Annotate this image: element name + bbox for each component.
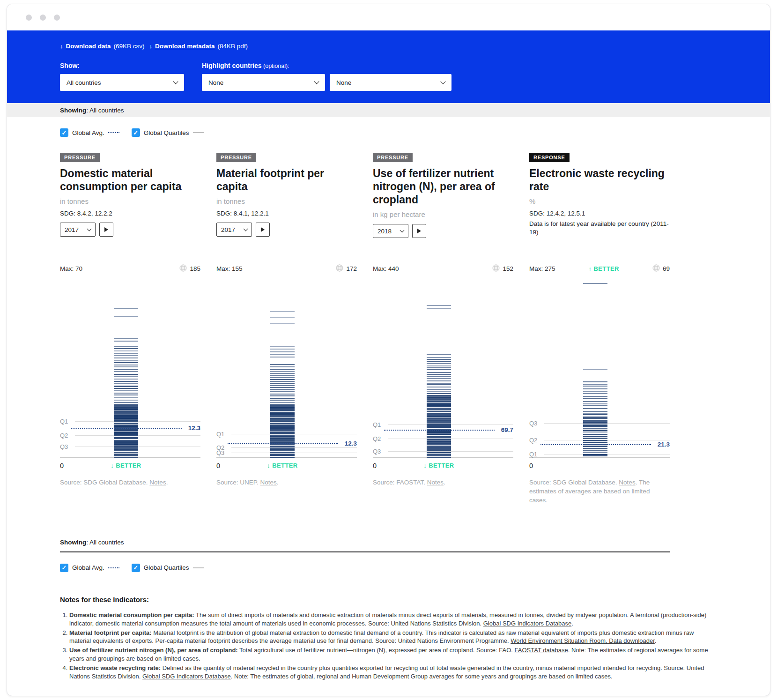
highlight-select-1[interactable]: None xyxy=(202,74,325,91)
strip-line xyxy=(427,354,451,355)
chevron-down-icon xyxy=(173,79,178,84)
chart-header: PRESSUREUse of fertilizer nutrient nitro… xyxy=(373,153,513,263)
max-label: Max: 70 xyxy=(60,265,82,272)
strip-line xyxy=(583,430,607,431)
source-link[interactable]: Notes xyxy=(149,479,166,486)
avg-value: 69.7 xyxy=(501,426,513,433)
strip-line xyxy=(270,354,295,355)
strip-line xyxy=(114,357,138,358)
highlight-label: Highlight countries (optional): xyxy=(202,62,451,69)
strip-line xyxy=(583,418,607,419)
highlight-select-2[interactable]: None xyxy=(330,74,451,91)
highlight-label-main: Highlight countries xyxy=(202,62,262,69)
notes-list: Domestic material consumption per capita… xyxy=(60,611,717,681)
strip-line xyxy=(114,395,138,395)
strip-line xyxy=(583,393,607,394)
strip-line xyxy=(270,364,295,365)
quartile-line-sample xyxy=(193,567,204,568)
avg-value: 12.3 xyxy=(188,424,200,432)
strip-line xyxy=(583,428,607,429)
source-text: . xyxy=(444,479,445,486)
global-quartiles-checkbox[interactable]: ✓ Global Quartiles xyxy=(132,564,204,572)
quartile-label: Q2 xyxy=(529,437,542,444)
strip-line xyxy=(583,411,607,412)
note-link[interactable]: Global SDG Indicators Database xyxy=(142,673,231,680)
strip-line xyxy=(270,439,295,441)
global-avg-checkbox[interactable]: ✓ Global Avg. xyxy=(60,128,119,137)
download-data: ↓ Download data (69KB csv) xyxy=(60,43,145,50)
download-metadata-meta: (84KB pdf) xyxy=(218,43,248,50)
quartile-label: Q3 xyxy=(529,420,542,427)
notes-section: Notes for these Indicators: Domestic mat… xyxy=(60,596,717,681)
strip-line xyxy=(270,375,295,376)
max-label: Max: 275 xyxy=(529,265,555,272)
note-link[interactable]: World Environment Situation Room, Data d… xyxy=(511,637,655,644)
play-button[interactable] xyxy=(99,223,113,237)
note-link[interactable]: FAOSTAT database xyxy=(515,647,568,654)
chart-sdg: SDG: 8.4.1, 12.2.1 xyxy=(216,210,357,217)
global-avg-checkbox[interactable]: ✓ Global Avg. xyxy=(60,564,119,572)
strip-line xyxy=(427,432,451,433)
strip-line xyxy=(583,396,607,397)
strip-line xyxy=(583,401,607,402)
note-text: Material footprint per capita: xyxy=(69,629,152,636)
source-link[interactable]: Notes xyxy=(427,479,444,486)
quartile-label: Q3 xyxy=(373,448,386,455)
year-select[interactable]: 2018 xyxy=(373,224,408,238)
strip-line xyxy=(427,380,451,381)
strip-line xyxy=(114,450,138,451)
strip-line xyxy=(583,398,607,399)
plot-area: Q1Q2Q369.7 xyxy=(373,280,513,458)
year-select[interactable]: 2017 xyxy=(216,223,252,237)
strip-line xyxy=(114,400,138,401)
strip-line xyxy=(114,457,138,458)
avg-line xyxy=(228,443,338,444)
strip-line xyxy=(270,311,295,312)
strip-line xyxy=(583,426,607,427)
download-data-link[interactable]: Download data xyxy=(66,43,111,50)
traffic-light-dot[interactable] xyxy=(40,15,46,21)
download-metadata-link[interactable]: Download metadata xyxy=(155,43,215,50)
year-select[interactable]: 2017 xyxy=(60,223,96,237)
note-link[interactable]: Global SDG Indicators Database xyxy=(483,620,572,627)
strip-line xyxy=(270,452,295,453)
chevron-down-icon xyxy=(400,228,405,233)
strip-line xyxy=(114,371,138,372)
traffic-light-dot[interactable] xyxy=(26,15,32,21)
strip-line xyxy=(270,450,295,451)
strip-line xyxy=(114,438,138,439)
strip-line xyxy=(114,346,138,347)
avg-value: 21.3 xyxy=(658,441,670,448)
source-link[interactable]: Notes xyxy=(260,479,277,486)
strip-line xyxy=(114,366,138,367)
strip-line xyxy=(270,349,295,350)
max-label: Max: 440 xyxy=(373,265,399,272)
strip-line xyxy=(427,401,451,402)
source-link[interactable]: Notes xyxy=(619,479,635,486)
strip-line xyxy=(114,421,138,422)
chart-column: PRESSUREDomestic material consumption pe… xyxy=(60,153,200,505)
quartile-label: Q3 xyxy=(60,443,73,450)
strip-line xyxy=(583,420,607,422)
traffic-light-dot[interactable] xyxy=(54,15,60,21)
strip-line xyxy=(114,365,138,365)
play-button[interactable] xyxy=(412,224,426,238)
strip-line xyxy=(270,404,295,405)
max-label: Max: 155 xyxy=(216,265,243,272)
country-count: 152 xyxy=(503,265,513,272)
chart-column: PRESSUREMaterial footprint per capitain … xyxy=(216,153,357,505)
year-controls: 2017 xyxy=(60,223,200,237)
highlight-select-1-value: None xyxy=(208,79,223,86)
better-label: ↓ BETTER xyxy=(111,462,141,469)
highlight-select-2-value: None xyxy=(336,79,351,86)
year-select-value: 2017 xyxy=(65,226,79,233)
strip-line xyxy=(114,379,138,380)
strip-line xyxy=(114,386,138,387)
show-select[interactable]: All countries xyxy=(60,74,184,91)
play-button[interactable] xyxy=(256,223,270,237)
note-item: Use of fertilizer nutrient nitrogen (N),… xyxy=(69,646,717,663)
global-quartiles-checkbox[interactable]: ✓ Global Quartiles xyxy=(132,128,204,137)
quartile-label: Q2 xyxy=(60,432,73,439)
download-metadata: ↓ Download metadata (84KB pdf) xyxy=(149,43,248,50)
note-text: . Note: The estimates of global, regiona… xyxy=(231,673,613,680)
